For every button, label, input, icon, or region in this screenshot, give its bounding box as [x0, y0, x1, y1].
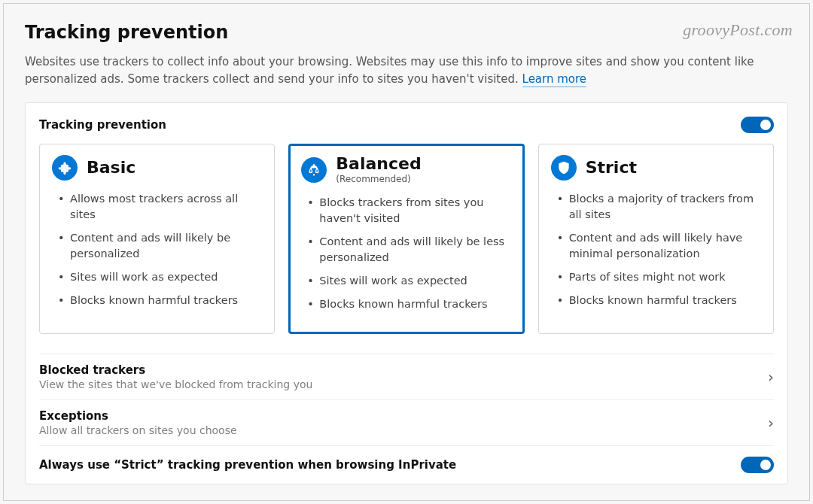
balance-icon [301, 157, 327, 183]
page-description: Websites use trackers to collect info ab… [25, 53, 770, 87]
panel-header: Tracking prevention [39, 117, 774, 133]
list-item: Sites will work as expected [306, 273, 511, 289]
learn-more-link[interactable]: Learn more [522, 72, 587, 87]
card-basic-head: Basic [52, 155, 262, 181]
chevron-right-icon: › [768, 368, 774, 386]
chevron-right-icon: › [768, 414, 774, 432]
card-strict-head: Strict [551, 155, 761, 181]
card-strict[interactable]: Strict Blocks a majority of trackers fro… [538, 144, 774, 334]
card-basic-title: Basic [87, 159, 136, 177]
list-item: Sites will work as expected [56, 269, 262, 285]
inprivate-strict-toggle[interactable] [741, 457, 774, 473]
puzzle-icon [52, 155, 78, 181]
row-subtitle: View the sites that we've blocked from t… [39, 378, 312, 390]
intro-text: Websites use trackers to collect info ab… [25, 55, 754, 86]
page-title: Tracking prevention [25, 22, 788, 43]
row-title: Blocked trackers [39, 363, 312, 377]
list-item: Parts of sites might not work [556, 269, 761, 285]
list-item: Blocks a majority of trackers from all s… [556, 191, 761, 223]
card-balanced[interactable]: Balanced (Recommended) Blocks trackers f… [288, 144, 524, 334]
card-balanced-head: Balanced (Recommended) [301, 155, 511, 184]
watermark-text: groovyPost.com [683, 20, 793, 40]
row-blocked-trackers[interactable]: Blocked trackers View the sites that we'… [39, 354, 774, 399]
list-item: Blocks known harmful trackers [56, 293, 262, 308]
level-cards: Basic Allows most trackers across all si… [39, 144, 774, 334]
list-item: Blocks known harmful trackers [306, 296, 511, 312]
card-strict-list: Blocks a majority of trackers from all s… [551, 191, 761, 308]
card-strict-title: Strict [586, 159, 637, 177]
row-texts: Exceptions Allow all trackers on sites y… [39, 409, 237, 436]
row-inprivate-strict: Always use “Strict” tracking prevention … [39, 445, 774, 482]
card-basic-list: Allows most trackers across all sites Co… [52, 191, 262, 308]
panel-title: Tracking prevention [39, 118, 166, 132]
row-texts: Blocked trackers View the sites that we'… [39, 363, 312, 390]
card-balanced-subtitle: (Recommended) [336, 174, 421, 184]
card-balanced-title: Balanced [336, 155, 421, 173]
shield-icon [551, 155, 577, 181]
row-title: Always use “Strict” tracking prevention … [39, 458, 456, 472]
card-balanced-list: Blocks trackers from sites you haven't v… [301, 195, 511, 312]
list-item: Content and ads will likely have minimal… [556, 230, 761, 262]
list-item: Blocks trackers from sites you haven't v… [306, 195, 511, 226]
settings-section: groovyPost.com Tracking prevention Websi… [3, 3, 810, 501]
row-exceptions[interactable]: Exceptions Allow all trackers on sites y… [39, 399, 774, 445]
list-item: Allows most trackers across all sites [56, 191, 262, 223]
row-title: Exceptions [39, 409, 237, 423]
card-basic[interactable]: Basic Allows most trackers across all si… [39, 144, 275, 334]
tracking-panel: Tracking prevention Basic Allows most tr… [25, 102, 788, 484]
list-item: Content and ads will likely be less pers… [306, 234, 511, 266]
tracking-toggle[interactable] [741, 117, 774, 133]
list-item: Blocks known harmful trackers [556, 293, 761, 308]
list-item: Content and ads will likely be personali… [56, 230, 262, 262]
row-subtitle: Allow all trackers on sites you choose [39, 424, 237, 436]
